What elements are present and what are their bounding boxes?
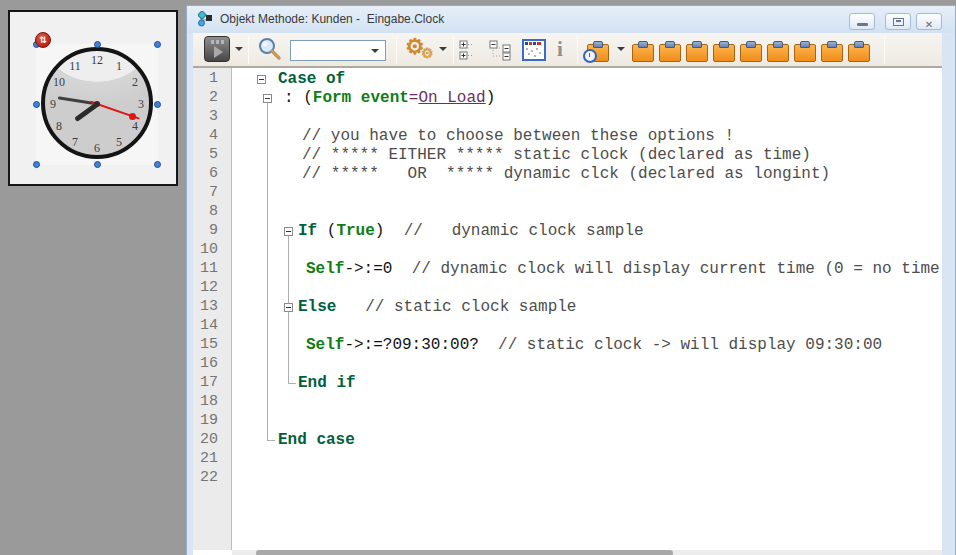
- line-number: 21: [200, 450, 218, 469]
- handle-mid-right[interactable]: [154, 101, 161, 108]
- code-text: // ***** OR ***** dynamic clck (declared…: [232, 165, 942, 184]
- code-text: End case: [232, 431, 942, 450]
- line-number: 8: [209, 203, 218, 222]
- code-line[interactable]: [232, 184, 942, 203]
- macro-window-icon[interactable]: [522, 39, 546, 61]
- code-line[interactable]: [232, 108, 942, 127]
- code-lines[interactable]: Case of: (Form event=On Load)// you have…: [232, 68, 942, 550]
- minimize-icon: [857, 23, 868, 26]
- clipboard-slot-button[interactable]: [686, 41, 708, 62]
- code-line[interactable]: Self->:=0 // dynamic clock will display …: [232, 260, 942, 279]
- object-method-badge-icon[interactable]: ⇅: [35, 32, 51, 48]
- code-text: [232, 184, 942, 203]
- code-line[interactable]: [232, 412, 942, 431]
- clock-numeral: 10: [53, 75, 65, 90]
- line-number: 4: [209, 127, 218, 146]
- code-line[interactable]: End case: [232, 431, 942, 450]
- gears-dropdown-caret[interactable]: [439, 47, 447, 51]
- handle-top-mid[interactable]: [94, 41, 101, 48]
- clock-numeral: 5: [116, 135, 122, 150]
- close-button[interactable]: ✕: [916, 13, 942, 30]
- clock-numeral: 7: [72, 135, 78, 150]
- scrollbar-thumb[interactable]: [256, 550, 673, 555]
- clock-overlay-icon: [583, 49, 597, 63]
- code-line[interactable]: [232, 279, 942, 298]
- code-line[interactable]: Self->:=?09:30:00? // static clock -> wi…: [232, 336, 942, 355]
- clipboard-clock-button[interactable]: [587, 41, 609, 62]
- minimize-button[interactable]: [849, 13, 875, 30]
- code-line[interactable]: : (Form event=On Load): [232, 89, 942, 108]
- clipboard-dropdown-caret[interactable]: [617, 47, 625, 51]
- code-line[interactable]: // ***** EITHER ***** static clock (decl…: [232, 146, 942, 165]
- code-text: [232, 355, 942, 374]
- clipboard-slot-button[interactable]: [794, 41, 816, 62]
- code-line[interactable]: // ***** OR ***** dynamic clck (declared…: [232, 165, 942, 184]
- line-number: 7: [209, 184, 218, 203]
- code-text: Else // static clock sample: [232, 298, 942, 317]
- code-line[interactable]: If (True) // dynamic clock sample: [232, 222, 942, 241]
- line-number: 6: [209, 165, 218, 184]
- expand-tree-icon[interactable]: [459, 40, 481, 62]
- code-text: If (True) // dynamic clock sample: [232, 222, 942, 241]
- clipboard-slot-button[interactable]: [740, 41, 762, 62]
- code-text: : (Form event=On Load): [232, 89, 942, 108]
- clock-center-cap: [94, 101, 100, 107]
- code-line[interactable]: End if: [232, 374, 942, 393]
- code-text: End if: [232, 374, 942, 393]
- collapse-tree-icon[interactable]: [489, 40, 513, 62]
- run-method-button[interactable]: [204, 36, 230, 62]
- handle-mid-left[interactable]: [33, 101, 40, 108]
- code-editor[interactable]: 12345678910111213141516171819202122 Case…: [193, 68, 942, 555]
- code-text: [232, 241, 942, 260]
- handle-bottom-mid[interactable]: [94, 161, 101, 168]
- code-line[interactable]: Else // static clock sample: [232, 298, 942, 317]
- clock-numeral: 4: [132, 119, 138, 134]
- search-input[interactable]: [290, 40, 386, 61]
- clock-numeral: 6: [94, 141, 100, 156]
- code-line[interactable]: Case of: [232, 70, 942, 89]
- code-text: Self->:=?09:30:00? // static clock -> wi…: [232, 336, 942, 355]
- code-line[interactable]: [232, 393, 942, 412]
- code-text: Self->:=0 // dynamic clock will display …: [232, 260, 942, 279]
- clipboard-slot-button[interactable]: [821, 41, 843, 62]
- clipboard-slot-button[interactable]: [767, 41, 789, 62]
- maximize-button[interactable]: [885, 13, 911, 30]
- code-line[interactable]: // you have to choose between these opti…: [232, 127, 942, 146]
- code-line[interactable]: [232, 317, 942, 336]
- run-dropdown-caret[interactable]: [235, 47, 243, 51]
- code-line[interactable]: [232, 241, 942, 260]
- search-dropdown-caret[interactable]: [371, 49, 379, 53]
- code-line[interactable]: [232, 450, 942, 469]
- code-line[interactable]: [232, 469, 942, 488]
- code-text: [232, 279, 942, 298]
- clipboard-slot-button[interactable]: [848, 41, 870, 62]
- line-number: 16: [200, 355, 218, 374]
- clock-numeral: 11: [69, 58, 81, 73]
- code-text: [232, 469, 942, 488]
- clipboard-slot-button[interactable]: [659, 41, 681, 62]
- code-line[interactable]: [232, 355, 942, 374]
- handle-bottom-left[interactable]: [33, 161, 40, 168]
- code-line[interactable]: [232, 203, 942, 222]
- gears-icon-small[interactable]: ⚙: [421, 45, 434, 61]
- code-text: [232, 203, 942, 222]
- titlebar[interactable]: Objekt Methode: Kunden - Eingabe.Clock ✕: [187, 6, 955, 33]
- line-number: 17: [200, 374, 218, 393]
- clock-numeral: 3: [138, 97, 144, 112]
- form-editor-panel: ⇅ 123456789101112: [0, 0, 186, 555]
- clipboard-slot-button[interactable]: [632, 41, 654, 62]
- info-icon[interactable]: i: [557, 37, 563, 62]
- separator: [453, 35, 454, 64]
- clipboard-slot-button[interactable]: [713, 41, 735, 62]
- method-editor-window: Objekt Methode: Kunden - Eingabe.Clock ✕: [186, 5, 956, 555]
- handle-bottom-right[interactable]: [154, 161, 161, 168]
- horizontal-scrollbar[interactable]: [232, 550, 942, 555]
- code-text: [232, 108, 942, 127]
- code-text: // you have to choose between these opti…: [232, 127, 942, 146]
- close-icon: ✕: [925, 19, 933, 30]
- line-number: 14: [200, 317, 218, 336]
- line-number: 5: [209, 146, 218, 165]
- clock-numeral: 1: [116, 58, 122, 73]
- handle-top-right[interactable]: [154, 41, 161, 48]
- line-number: 19: [200, 412, 218, 431]
